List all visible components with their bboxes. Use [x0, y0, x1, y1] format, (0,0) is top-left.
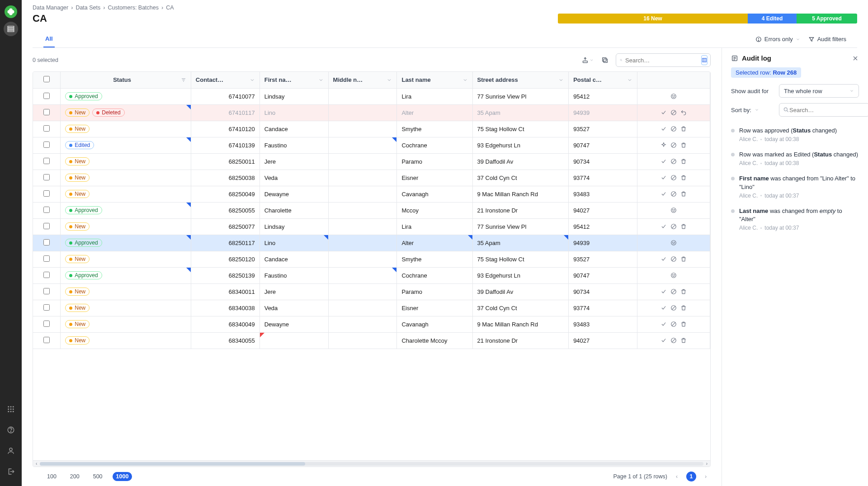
- row-checkbox[interactable]: [43, 158, 50, 164]
- filter-icon[interactable]: [181, 77, 186, 83]
- row-checkbox[interactable]: [43, 321, 50, 327]
- row-checkbox[interactable]: [43, 125, 50, 132]
- delete-row-button[interactable]: [680, 191, 687, 197]
- table-row[interactable]: New 68250049 Dewayne Cavanagh 9 Mac Mill…: [33, 186, 710, 202]
- approve-row-button[interactable]: [660, 175, 667, 181]
- approve-row-button[interactable]: [660, 158, 667, 165]
- row-checkbox[interactable]: [43, 207, 50, 213]
- errors-only-toggle[interactable]: Errors only: [755, 36, 800, 42]
- approve-row-button[interactable]: [660, 288, 667, 295]
- audit-close-button[interactable]: [852, 55, 859, 62]
- delete-row-button[interactable]: [680, 158, 687, 165]
- reject-row-button[interactable]: [670, 175, 677, 181]
- approve-row-button[interactable]: [660, 305, 667, 311]
- nav-datasets[interactable]: [4, 22, 18, 36]
- table-row[interactable]: Edited 67410139 Faustino Cochrane 93 Edg…: [33, 137, 710, 153]
- export-button[interactable]: [581, 54, 594, 66]
- nav-help[interactable]: [4, 423, 18, 437]
- page-size-100[interactable]: 100: [43, 472, 60, 481]
- show-audit-for-select[interactable]: The whole row: [779, 84, 859, 98]
- nav-logout[interactable]: [4, 464, 18, 479]
- row-checkbox[interactable]: [43, 142, 50, 148]
- row-checkbox[interactable]: [43, 239, 50, 245]
- nav-apps[interactable]: [4, 402, 18, 416]
- table-row[interactable]: New 68340038 Veda Eisner 37 Cold Cyn Ct …: [33, 300, 710, 316]
- row-checkbox[interactable]: [43, 174, 50, 180]
- row-checkbox[interactable]: [43, 337, 50, 343]
- table-row[interactable]: New 68250038 Veda Eisner 37 Cold Cyn Ct …: [33, 170, 710, 186]
- chevron-down-icon[interactable]: [387, 77, 392, 83]
- search-input[interactable]: [625, 57, 701, 64]
- strip-new[interactable]: 16 New: [558, 14, 748, 24]
- approve-row-button[interactable]: [660, 223, 667, 230]
- chevron-down-icon[interactable]: [250, 77, 255, 83]
- col-lname-header[interactable]: Last name: [401, 76, 430, 83]
- page-size-200[interactable]: 200: [66, 472, 83, 481]
- select-all-checkbox[interactable]: [43, 76, 50, 82]
- delete-row-button[interactable]: [680, 175, 687, 181]
- audit-search-input[interactable]: [789, 107, 865, 113]
- table-row[interactable]: New 68340049 Dewayne Cavanagh 9 Mac Mill…: [33, 316, 710, 332]
- reject-row-button[interactable]: [670, 191, 677, 197]
- column-chooser-button[interactable]: [701, 55, 708, 65]
- delete-row-button[interactable]: [680, 223, 687, 230]
- revert-row-button[interactable]: [660, 142, 667, 148]
- crumb-2[interactable]: Customers: Batches: [108, 5, 159, 11]
- reject-row-button[interactable]: [670, 223, 677, 230]
- chevron-down-icon[interactable]: [755, 108, 759, 112]
- col-mname-header[interactable]: Middle n…: [333, 76, 363, 83]
- row-checkbox[interactable]: [43, 304, 50, 311]
- delete-row-button[interactable]: [680, 142, 687, 148]
- table-row[interactable]: Approved 67410077 Lindsay Lira 77 Sunris…: [33, 88, 710, 104]
- row-checkbox[interactable]: [43, 272, 50, 278]
- row-checkbox[interactable]: [43, 93, 50, 99]
- strip-approved[interactable]: 5 Approved: [797, 14, 857, 24]
- audit-filters-button[interactable]: Audit filters: [808, 36, 846, 42]
- approve-row-button[interactable]: [660, 126, 667, 132]
- horizontal-scrollbar[interactable]: ‹›: [33, 460, 710, 467]
- copy-button[interactable]: [599, 54, 611, 66]
- table-row[interactable]: Approved 68250117 Lino Alter 35 Apam 949…: [33, 235, 710, 251]
- delete-row-button[interactable]: [680, 305, 687, 311]
- undo-row-button[interactable]: [680, 109, 687, 116]
- approve-row-button[interactable]: [660, 337, 667, 344]
- delete-row-button[interactable]: [680, 126, 687, 132]
- col-contact-header[interactable]: Contact…: [196, 76, 223, 83]
- row-checkbox[interactable]: [43, 223, 50, 229]
- col-addr-header[interactable]: Street address: [477, 76, 518, 83]
- table-row[interactable]: New 67410120 Candace Smythe 75 Stag Holl…: [33, 121, 710, 137]
- app-logo[interactable]: [5, 5, 17, 18]
- next-page-button[interactable]: ›: [701, 472, 711, 481]
- delete-row-button[interactable]: [680, 256, 687, 262]
- delete-row-button[interactable]: [680, 337, 687, 344]
- page-size-500[interactable]: 500: [90, 472, 106, 481]
- page-size-1000[interactable]: 1000: [113, 472, 132, 481]
- reject-row-button[interactable]: [670, 126, 677, 132]
- page-1-button[interactable]: 1: [686, 472, 696, 481]
- col-status-header[interactable]: Status: [113, 76, 131, 83]
- approve-row-button[interactable]: [660, 191, 667, 197]
- table-row[interactable]: NewDeleted 67410117 Lino Alter 35 Apam 9…: [33, 104, 710, 121]
- crumb-3[interactable]: CA: [166, 5, 174, 11]
- row-checkbox[interactable]: [43, 109, 50, 115]
- approve-row-button[interactable]: [660, 109, 667, 116]
- reject-row-button[interactable]: [670, 142, 677, 148]
- chevron-down-icon[interactable]: [318, 77, 324, 83]
- chevron-down-icon[interactable]: [627, 77, 632, 83]
- reject-row-button[interactable]: [670, 337, 677, 344]
- approve-row-button[interactable]: [660, 256, 667, 262]
- col-postal-header[interactable]: Postal c…: [573, 76, 602, 83]
- chevron-down-icon[interactable]: [558, 77, 564, 83]
- row-checkbox[interactable]: [43, 255, 50, 262]
- reject-row-button[interactable]: [670, 288, 677, 295]
- reject-row-button[interactable]: [670, 321, 677, 327]
- tab-all[interactable]: All: [43, 31, 55, 47]
- reject-row-button[interactable]: [670, 305, 677, 311]
- table-row[interactable]: New 68340011 Jere Paramo 39 Daffodil Av …: [33, 283, 710, 300]
- table-row[interactable]: New 68250011 Jere Paramo 39 Daffodil Av …: [33, 153, 710, 170]
- crumb-0[interactable]: Data Manager: [33, 5, 68, 11]
- reject-row-button[interactable]: [670, 109, 677, 116]
- row-checkbox[interactable]: [43, 190, 50, 197]
- table-row[interactable]: New 68250120 Candace Smythe 75 Stag Holl…: [33, 251, 710, 267]
- crumb-1[interactable]: Data Sets: [75, 5, 100, 11]
